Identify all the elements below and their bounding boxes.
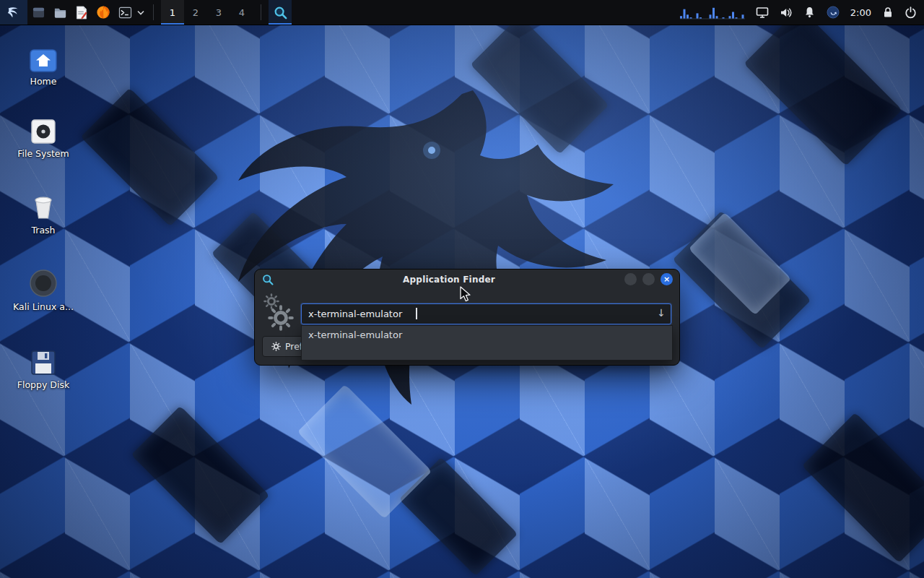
kali-logo-icon [6,4,22,20]
search-entry: ↓ [301,303,671,324]
trash-icon [32,194,55,221]
workspace-3-label: 3 [216,7,222,18]
glass-cube [802,413,924,563]
kali-circle-icon [29,269,58,298]
desktop-icon-label: Trash [9,225,78,236]
notifications-bell-icon[interactable] [803,6,816,19]
glass-cube [744,7,902,165]
taskbar-application-finder[interactable] [269,0,292,25]
volume-icon[interactable] [780,7,793,19]
cpu-graph[interactable] [680,5,745,20]
workspace-4-label: 4 [239,7,245,18]
glass-cube [81,88,219,227]
desktop-icon-label: Home [9,76,78,87]
completion-item[interactable]: x-terminal-emulator [302,326,672,344]
glass-cube [471,16,609,155]
window-search-icon [261,273,274,285]
top-panel: 1 2 3 4 [0,0,924,25]
workspace-2-label: 2 [193,7,199,18]
launcher-file-manager[interactable] [49,0,71,25]
floppy-disk-icon [30,350,56,376]
text-caret [416,308,417,319]
glass-cube [131,406,270,545]
clock[interactable]: 2:00 [850,7,871,18]
launcher-terminal[interactable] [114,0,136,25]
desktop-icon-label: File System [9,148,78,159]
lock-icon[interactable] [882,6,894,19]
window-titlebar[interactable]: Application Finder × [255,269,679,289]
launcher-dropdown-button[interactable] [136,0,146,25]
window-buttons: × [624,273,673,285]
desktop-icon-floppy-disk[interactable]: Floppy Disk [9,344,78,390]
close-icon: × [663,275,670,283]
desktop-icon-label: Kali Linux a... [9,301,78,312]
gear-icon [271,342,281,351]
desktop-icon-kali-docs[interactable]: Kali Linux a... [9,266,78,312]
application-finder-window: Application Finder × ↓ Preferences [254,269,680,366]
light-cube [297,384,432,519]
window-body: ↓ Preferences x-terminal-emulator [255,289,679,364]
desktop: 1 2 3 4 [0,0,924,578]
terminal-icon [118,6,132,20]
launcher-text-editor[interactable] [71,0,92,25]
desktop-icon-home[interactable]: Home [9,40,78,87]
completion-popup: x-terminal-emulator [301,325,673,361]
tray-status-icon[interactable] [827,6,840,19]
glass-cube [399,457,518,576]
minimize-button[interactable] [624,273,637,285]
application-finder-gears-icon [263,293,301,332]
search-icon [273,5,287,20]
text-editor-icon [75,6,88,20]
workspace-4[interactable]: 4 [230,0,253,25]
file-system-icon [30,118,56,144]
maximize-button[interactable] [642,273,655,285]
launcher-firefox[interactable] [92,0,114,25]
panel-right-group: 2:00 [680,0,924,25]
applications-menu-button[interactable] [0,0,27,25]
close-button[interactable]: × [661,273,673,285]
search-input[interactable] [302,304,671,324]
panel-left-group: 1 2 3 4 [0,0,292,25]
launcher-files[interactable] [27,0,49,25]
display-icon[interactable] [756,7,769,19]
workspace-2[interactable]: 2 [184,0,207,25]
glass-cube [673,211,811,350]
panel-separator [153,4,154,20]
window-title: Application Finder [278,275,620,285]
folder-icon [53,6,67,20]
desktop-icon-label: Floppy Disk [9,379,78,390]
workspace-3[interactable]: 3 [207,0,230,25]
desktop-icon-trash[interactable]: Trash [9,189,78,236]
firefox-icon [96,5,110,20]
light-cube [689,212,791,315]
workspace-1[interactable]: 1 [161,0,184,25]
panel-separator [261,4,261,20]
power-icon[interactable] [905,7,917,19]
workspace-1-label: 1 [170,7,175,18]
entry-dropdown-arrow-icon[interactable]: ↓ [657,307,666,319]
chevron-down-icon [137,10,144,15]
home-icon [30,49,57,72]
files-icon [32,6,45,20]
desktop-icon-file-system[interactable]: File System [9,113,78,159]
